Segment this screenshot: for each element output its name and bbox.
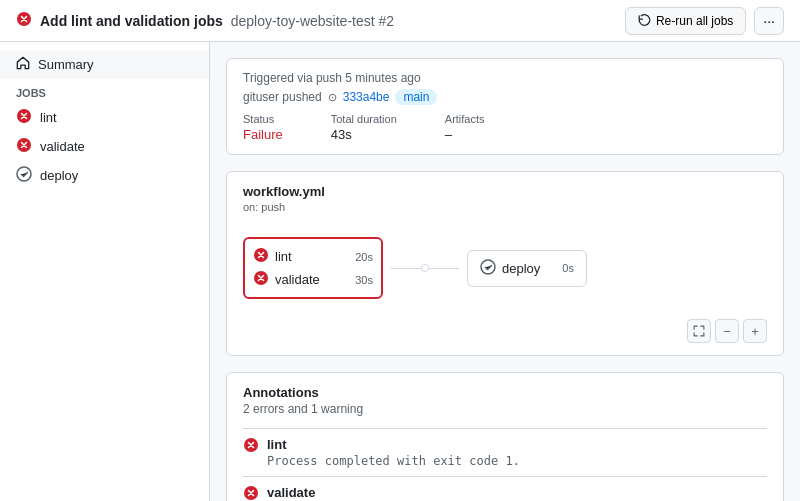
more-options-button[interactable]: ··· (754, 7, 784, 35)
repo-name: deploy-toy-website-test (231, 13, 375, 29)
sidebar-item-lint[interactable]: lint (0, 103, 209, 132)
triggered-row: Triggered via push 5 minutes ago (243, 71, 767, 85)
artifacts-meta: Artifacts – (445, 113, 485, 142)
ann-error-icon-1 (243, 485, 259, 501)
duration-meta: Total duration 43s (331, 113, 397, 142)
validate-label: validate (40, 139, 85, 154)
rerun-label: Re-run all jobs (656, 14, 733, 28)
sidebar: Summary Jobs lint validate deploy (0, 42, 210, 501)
diagram-controls: − + (243, 319, 767, 343)
annotations-card: Annotations 2 errors and 1 warning lint … (226, 372, 784, 501)
top-bar-left: Add lint and validation jobs deploy-toy-… (16, 11, 394, 30)
workflow-diagram: lint 20s validate 30s (243, 229, 767, 315)
ann-content-1: validate Template validation failed. (267, 485, 767, 501)
dots-label: ··· (763, 13, 775, 29)
sidebar-item-deploy[interactable]: deploy (0, 161, 209, 190)
zoom-out-button[interactable]: − (715, 319, 739, 343)
actor-row: gituser pushed ⊙ 333a4be main (243, 89, 767, 105)
minus-icon: − (723, 324, 731, 339)
workflow-trigger: on: push (243, 201, 767, 213)
annotation-item-1: validate Template validation failed. (243, 476, 767, 501)
zoom-in-button[interactable]: + (743, 319, 767, 343)
sidebar-item-summary[interactable]: Summary (0, 50, 209, 79)
page-title: Add lint and validation jobs deploy-toy-… (40, 13, 394, 29)
lint-status-icon (16, 108, 32, 127)
x-circle-icon (16, 11, 32, 30)
refresh-icon (638, 13, 651, 29)
triggered-text: Triggered via push 5 minutes ago (243, 71, 421, 85)
annotation-item-0: lint Process completed with exit code 1. (243, 428, 767, 476)
validate-job-label: validate (275, 272, 320, 287)
deploy-duration: 0s (562, 262, 574, 274)
annotations-subtitle: 2 errors and 1 warning (243, 402, 767, 416)
parallel-jobs-group: lint 20s validate 30s (243, 237, 383, 299)
annotations-title: Annotations (243, 385, 767, 400)
validate-status-icon (16, 137, 32, 156)
sidebar-item-validate[interactable]: validate (0, 132, 209, 161)
deploy-job-label: deploy (502, 261, 540, 276)
ann-message-0: Process completed with exit code 1. (267, 454, 767, 468)
content-area: Triggered via push 5 minutes ago gituser… (210, 42, 800, 501)
actor-text: gituser pushed (243, 90, 322, 104)
connector-line (391, 268, 421, 269)
artifacts-value: – (445, 127, 485, 142)
deploy-skip-icon (480, 259, 496, 278)
title-text: Add lint and validation jobs (40, 13, 223, 29)
workflow-card: workflow.yml on: push lint 20s (226, 171, 784, 356)
deploy-label: deploy (40, 168, 78, 183)
ann-job-0: lint (267, 437, 767, 452)
deploy-job-box[interactable]: deploy 0s (467, 250, 587, 287)
main-layout: Summary Jobs lint validate deploy Tri (0, 42, 800, 501)
info-meta: Status Failure Total duration 43s Artifa… (243, 113, 767, 142)
top-bar-right: Re-run all jobs ··· (625, 7, 784, 35)
status-label: Status (243, 113, 283, 125)
rerun-button[interactable]: Re-run all jobs (625, 7, 746, 35)
run-number: #2 (379, 13, 395, 29)
connector-line-2 (429, 268, 459, 269)
ann-content-0: lint Process completed with exit code 1. (267, 437, 767, 468)
lint-job-item[interactable]: lint 20s (253, 247, 373, 266)
lint-job-label: lint (275, 249, 292, 264)
duration-label: Total duration (331, 113, 397, 125)
connector (383, 264, 467, 272)
lint-error-icon (253, 247, 269, 266)
lint-label: lint (40, 110, 57, 125)
top-bar: Add lint and validation jobs deploy-toy-… (0, 0, 800, 42)
duration-value: 43s (331, 127, 397, 142)
jobs-section-label: Jobs (0, 79, 209, 103)
home-icon (16, 56, 30, 73)
fullscreen-button[interactable] (687, 319, 711, 343)
ann-job-1: validate (267, 485, 767, 500)
commit-link[interactable]: 333a4be (343, 90, 390, 104)
plus-icon: + (751, 324, 759, 339)
validate-job-item[interactable]: validate 30s (253, 270, 373, 289)
ann-error-icon-0 (243, 437, 259, 468)
validate-duration: 30s (355, 274, 373, 286)
artifacts-label: Artifacts (445, 113, 485, 125)
validate-error-icon (253, 270, 269, 289)
status-meta: Status Failure (243, 113, 283, 142)
branch-badge: main (395, 89, 437, 105)
workflow-filename: workflow.yml (243, 184, 767, 199)
info-card: Triggered via push 5 minutes ago gituser… (226, 58, 784, 155)
deploy-status-icon (16, 166, 32, 185)
summary-label: Summary (38, 57, 94, 72)
connector-dot (421, 264, 429, 272)
lint-duration: 20s (355, 251, 373, 263)
status-value: Failure (243, 127, 283, 142)
